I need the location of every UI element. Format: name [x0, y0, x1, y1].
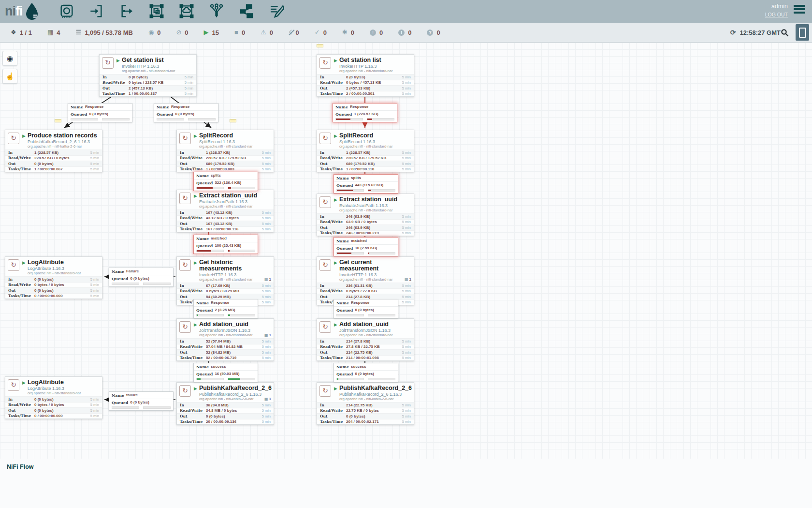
connection-label[interactable]: Name Response Queued 0 (0 bytes) — [154, 103, 218, 122]
panel-toggle-button[interactable] — [796, 24, 809, 41]
stat-value: 0 / 00:00:00.000 — [34, 294, 90, 298]
size-threshold-bar — [102, 118, 130, 120]
input-port-icon[interactable] — [88, 2, 105, 20]
stat-label: Out — [320, 414, 346, 418]
processor-splitrecord-right[interactable]: ↻ ▶ SplitRecord SplitRecord 1.16.3 org.a… — [317, 130, 414, 172]
breadcrumb[interactable]: NiFi Flow — [7, 463, 34, 470]
template-icon[interactable] — [238, 2, 255, 20]
stat-label: Tasks/Time — [8, 167, 34, 171]
processor-bundle: org.apache.nifi - nifi-standard-nar — [28, 271, 81, 275]
stat-window: 5 min — [262, 403, 271, 407]
process-group-icon[interactable] — [148, 2, 165, 20]
processor-type: PublishKafkaRecord_2_6 1.16.3 — [28, 139, 100, 144]
connection-name-key: Name — [196, 173, 209, 178]
processor-type: PublishKafkaRecord_2_6 1.16.3 — [339, 392, 411, 397]
queued-key: Queued — [196, 372, 213, 376]
stat-window: 5 min — [402, 419, 411, 424]
processor-get-station-list-right[interactable]: ↻ ▶ Get station list InvokeHTTP 1.16.3 o… — [317, 54, 414, 97]
connection-label[interactable]: Name Response Queued 2 (3.25 MB) — [193, 299, 258, 318]
stat-value: 1 / 00:00:00.118 — [346, 167, 402, 171]
connection-label[interactable]: Name splits Queued 443 (115.62 KB) — [334, 174, 398, 194]
processor-produce-station-records[interactable]: ↻ ▶ Produce station records PublishKafka… — [5, 130, 102, 172]
stat-window: 5 min — [402, 295, 411, 299]
stat-value: 54 (60.29 MB) — [206, 295, 262, 299]
canvas-label[interactable] — [317, 44, 323, 47]
logout-link[interactable]: LOG OUT — [765, 12, 788, 17]
connection-label[interactable]: Name failure Queued 0 (0 bytes) — [109, 391, 174, 411]
queued-value: 443 (115.62 KB) — [355, 183, 383, 188]
connection-name-key: Name — [112, 393, 124, 398]
queued-value: 0 (0 bytes) — [130, 276, 149, 281]
flow-canvas[interactable]: ◉ ☝ ↻ ▶ Get station list InvokeHTTP 1.16… — [0, 43, 812, 459]
stat-label: Read/Write — [8, 156, 34, 160]
canvas-label[interactable] — [230, 119, 236, 122]
processor-add-station-uuid-mid[interactable]: ↻ ▶ Add station_uuid JoltTransformJSON 1… — [176, 318, 274, 361]
processor-publishkafkarecord-mid[interactable]: ↻ ▶ PublishKafkaRecord_2_6 PublishKafkaR… — [176, 382, 274, 425]
connection-label[interactable]: Name splits Queued 522 (136.4 KB) — [193, 172, 258, 191]
connection-label[interactable]: Name Response Queued 1 (228.57 KB) — [333, 103, 397, 122]
canvas-label[interactable] — [55, 119, 61, 122]
navigate-palette-button[interactable]: ◉ — [2, 51, 17, 66]
connection-label[interactable]: Name matched Queued 10 (2.59 KB) — [334, 237, 398, 256]
connection-label[interactable]: Name Failure Queued 0 (0 bytes) — [109, 268, 174, 287]
processor-publishkafkarecord-right[interactable]: ↻ ▶ PublishKafkaRecord_2_6 PublishKafkaR… — [317, 382, 414, 425]
stat-value: 1 (228.57 KB) — [206, 150, 262, 155]
remote-process-group-icon[interactable] — [178, 2, 195, 20]
processor-extract-station-uuid-right[interactable]: ↻ ▶ Extract station_uuid EvaluateJsonPat… — [317, 194, 414, 236]
transmitting-indicator: ◉0 — [148, 29, 161, 36]
processor-extract-station-uuid-mid[interactable]: ↻ ▶ Extract station_uuid EvaluateJsonPat… — [176, 190, 274, 232]
stat-value: 214 / 00:00:01.098 — [346, 356, 402, 360]
status-count: 1,095 / 53.78 MB — [85, 29, 133, 36]
connection-label[interactable]: Name success Queued 0 (0 bytes) — [334, 363, 398, 382]
stat-value: 167 / 00:00:00.116 — [206, 227, 262, 231]
stat-row: Out 214 (22.75 KB) 5 min — [317, 349, 414, 355]
running-icon: ▶ — [204, 29, 209, 36]
stat-label: Out — [180, 295, 206, 299]
processor-bundle: org.apache.nifi - nifi-standard-nar — [339, 333, 392, 337]
stat-window: 5 min — [185, 86, 193, 90]
stat-row: Read/Write 0 bytes / 0 bytes 5 min — [5, 282, 102, 288]
stat-window: 5 min — [90, 277, 99, 282]
stat-label: Tasks/Time — [320, 91, 346, 96]
global-menu-icon[interactable] — [794, 5, 805, 14]
processor-stats: In 0 (0 bytes) 5 min Read/Write 0 bytes … — [5, 396, 102, 418]
output-port-icon[interactable] — [118, 2, 135, 20]
stat-window: 5 min — [90, 288, 99, 293]
connection-label[interactable]: Name Response Queued 0 (0 bytes) — [334, 299, 398, 318]
processor-get-station-list-left[interactable]: ↻ ▶ Get station list InvokeHTTP 1.16.3 o… — [99, 54, 197, 97]
stat-label: Read/Write — [320, 289, 346, 293]
operate-palette-button[interactable]: ☝ — [2, 69, 17, 84]
processor-type: SplitRecord 1.16.3 — [199, 139, 271, 144]
connection-label[interactable]: Name success Queued 16 (50.03 MB) — [193, 363, 258, 382]
current-user: admin — [771, 2, 788, 10]
stat-label: Out — [180, 222, 206, 226]
running-status-icon: ▶ — [334, 386, 337, 401]
processor-get-current-measurement[interactable]: ↻ ▶ Get current measurement InvokeHTTP 1… — [317, 256, 414, 305]
connection-label[interactable]: Name matched Queued 100 (25.43 KB) — [193, 235, 258, 254]
processor-logattribute-top[interactable]: ↻ ▶ LogAttribute LogAttribute 1.16.3 org… — [5, 256, 102, 299]
stat-row: In 1 (228.57 KB) 5 min — [317, 149, 414, 155]
object-threshold-bar — [196, 378, 224, 380]
running-status-icon: ▶ — [334, 197, 337, 212]
stat-row: In 1 (228.57 KB) 5 min — [177, 149, 274, 155]
processor-add-station-uuid-right[interactable]: ↻ ▶ Add station_uuid JoltTransformJSON 1… — [317, 318, 414, 361]
search-icon[interactable] — [781, 29, 789, 37]
stat-label: Out — [320, 350, 346, 355]
connection-name: failure — [126, 393, 138, 398]
processor-icon[interactable] — [58, 2, 75, 20]
processor-type: InvokeHTTP 1.16.3 — [339, 64, 411, 69]
stat-window: 5 min — [90, 167, 99, 171]
processor-get-historic-measurements[interactable]: ↻ ▶ Get historic measurements InvokeHTTP… — [176, 256, 274, 305]
refresh-icon[interactable]: ⟳ — [730, 29, 736, 36]
processor-logattribute-bottom[interactable]: ↻ ▶ LogAttribute LogAttribute 1.16.3 org… — [5, 376, 102, 419]
queued-value: 1 (228.57 KB) — [354, 112, 378, 117]
stat-row: Tasks/Time 204 / 00:00:02.171 5 min — [317, 419, 414, 425]
stat-row: Out 0 (0 bytes) 5 min — [5, 161, 102, 166]
funnel-icon[interactable] — [208, 2, 225, 20]
connection-label[interactable]: Name Response Queued 0 (0 bytes) — [68, 103, 132, 122]
processor-splitrecord-mid[interactable]: ↻ ▶ SplitRecord SplitRecord 1.16.3 org.a… — [176, 130, 274, 172]
status-count: 0 — [296, 29, 299, 36]
label-icon[interactable] — [268, 2, 285, 20]
status-count: 0 — [379, 29, 383, 36]
threads-icon: ▦ — [264, 277, 268, 282]
